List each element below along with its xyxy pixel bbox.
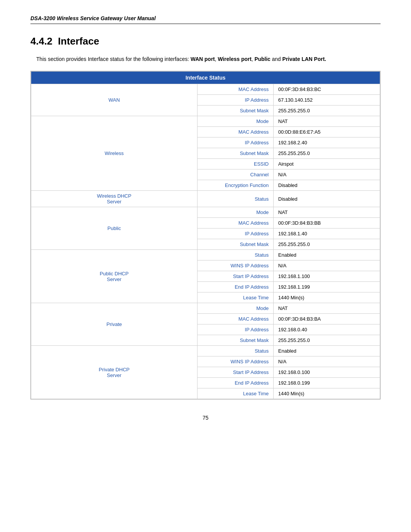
wan-section: WAN bbox=[31, 84, 198, 116]
status-label: Status bbox=[198, 346, 274, 356]
header-title: DSA-3200 Wireless Service Gateway User M… bbox=[30, 15, 381, 24]
mode-label: Mode bbox=[198, 207, 274, 218]
page-number: 75 bbox=[30, 415, 381, 421]
mode-label: Mode bbox=[198, 303, 274, 314]
wireless-subnet-value: 255.255.255.0 bbox=[274, 148, 380, 159]
status-label: Status bbox=[198, 191, 274, 207]
public-dhcp-status-value: Enabled bbox=[274, 250, 380, 260]
ip-address-label: IP Address bbox=[198, 95, 274, 105]
table-row: Private DHCPServer Status Enabled bbox=[31, 346, 380, 356]
table-row: Public DHCPServer Status Enabled bbox=[31, 250, 380, 260]
table-row: Public Mode NAT bbox=[31, 207, 380, 218]
subnet-mask-label: Subnet Mask bbox=[198, 239, 274, 250]
public-wins-value: N/A bbox=[274, 260, 380, 271]
private-end-ip-value: 192.168.0.199 bbox=[274, 378, 380, 388]
private-subnet-value: 255.255.255.0 bbox=[274, 335, 380, 346]
private-start-ip-value: 192.168.0.100 bbox=[274, 367, 380, 378]
wireless-ip-value: 192.168.2.40 bbox=[274, 137, 380, 148]
wireless-encryption-value: Disabled bbox=[274, 180, 380, 191]
wan-mac-value: 00:0F:3D:84:B3:BC bbox=[274, 84, 380, 95]
start-ip-label: Start IP Address bbox=[198, 271, 274, 282]
public-mode-value: NAT bbox=[274, 207, 380, 218]
wireless-dhcp-section: Wireless DHCPServer bbox=[31, 191, 198, 207]
wireless-essid-value: Airspot bbox=[274, 159, 380, 169]
ip-address-label: IP Address bbox=[198, 324, 274, 335]
subnet-mask-label: Subnet Mask bbox=[198, 148, 274, 159]
public-mac-value: 00:0F:3D:84:B3:BB bbox=[274, 218, 380, 228]
mac-address-label: MAC Address bbox=[198, 314, 274, 324]
channel-label: Channel bbox=[198, 169, 274, 180]
intro-text: This section provides Interface status f… bbox=[30, 55, 381, 63]
mac-address-label: MAC Address bbox=[198, 84, 274, 95]
private-wins-value: N/A bbox=[274, 356, 380, 367]
private-dhcp-section: Private DHCPServer bbox=[31, 346, 198, 399]
wins-ip-label: WINS IP Address bbox=[198, 356, 274, 367]
private-dhcp-status-value: Enabled bbox=[274, 346, 380, 356]
private-mac-value: 00:0F:3D:84:B3:BA bbox=[274, 314, 380, 324]
mac-address-label: MAC Address bbox=[198, 218, 274, 228]
mac-address-label: MAC Address bbox=[198, 127, 274, 137]
private-section: Private bbox=[31, 303, 198, 346]
wireless-mac-value: 00:0D:88:E6:E7:A5 bbox=[274, 127, 380, 137]
table-row: Wireless Mode NAT bbox=[31, 116, 380, 127]
wireless-dhcp-status-value: Disabled bbox=[274, 191, 380, 207]
section-title: 4.4.2 Interface bbox=[30, 35, 381, 47]
table-row: Private Mode NAT bbox=[31, 303, 380, 314]
subnet-mask-label: Subnet Mask bbox=[198, 335, 274, 346]
private-ip-value: 192.168.0.40 bbox=[274, 324, 380, 335]
table-header-row: Interface Status bbox=[31, 72, 380, 84]
public-subnet-value: 255.255.255.0 bbox=[274, 239, 380, 250]
end-ip-label: End IP Address bbox=[198, 282, 274, 292]
table-row: WAN MAC Address 00:0F:3D:84:B3:BC bbox=[31, 84, 380, 95]
public-end-ip-value: 192.168.1.199 bbox=[274, 282, 380, 292]
lease-time-label: Lease Time bbox=[198, 388, 274, 399]
wireless-channel-value: N/A bbox=[274, 169, 380, 180]
lease-time-label: Lease Time bbox=[198, 292, 274, 303]
table-row: Wireless DHCPServer Status Disabled bbox=[31, 191, 380, 207]
public-dhcp-section: Public DHCPServer bbox=[31, 250, 198, 303]
private-mode-value: NAT bbox=[274, 303, 380, 314]
ip-address-label: IP Address bbox=[198, 228, 274, 239]
wireless-section: Wireless bbox=[31, 116, 198, 191]
table-header-cell: Interface Status bbox=[31, 72, 380, 84]
essid-label: ESSID bbox=[198, 159, 274, 169]
ip-address-label: IP Address bbox=[198, 137, 274, 148]
wireless-mode-value: NAT bbox=[274, 116, 380, 127]
start-ip-label: Start IP Address bbox=[198, 367, 274, 378]
encryption-label: Encryption Function bbox=[198, 180, 274, 191]
wan-subnet-value: 255.255.255.0 bbox=[274, 105, 380, 116]
end-ip-label: End IP Address bbox=[198, 378, 274, 388]
public-start-ip-value: 192.168.1.100 bbox=[274, 271, 380, 282]
public-lease-time-value: 1440 Min(s) bbox=[274, 292, 380, 303]
status-label: Status bbox=[198, 250, 274, 260]
wins-ip-label: WINS IP Address bbox=[198, 260, 274, 271]
private-lease-time-value: 1440 Min(s) bbox=[274, 388, 380, 399]
subnet-mask-label: Subnet Mask bbox=[198, 105, 274, 116]
public-ip-value: 192.168.1.40 bbox=[274, 228, 380, 239]
mode-label: Mode bbox=[198, 116, 274, 127]
interface-status-table: Interface Status WAN MAC Address 00:0F:3… bbox=[31, 71, 380, 399]
table-container: Interface Status WAN MAC Address 00:0F:3… bbox=[30, 71, 381, 399]
public-section: Public bbox=[31, 207, 198, 250]
wan-ip-value: 67.130.140.152 bbox=[274, 95, 380, 105]
